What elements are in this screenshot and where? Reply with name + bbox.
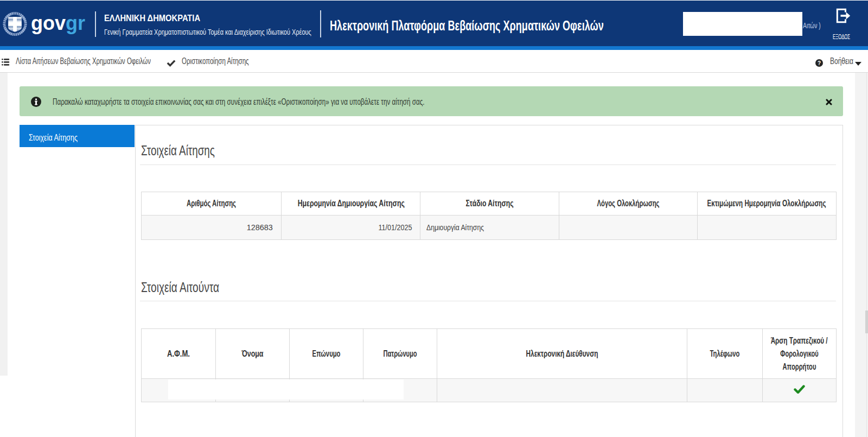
svg-text:?: ? <box>818 60 821 66</box>
